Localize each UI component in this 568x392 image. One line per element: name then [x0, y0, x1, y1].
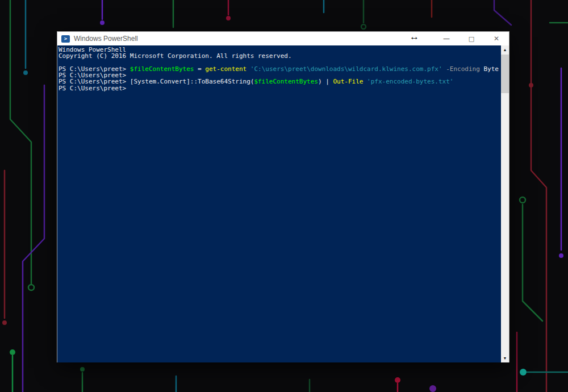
maximize-icon: □	[469, 35, 474, 43]
powershell-window: > Windows PowerShell ↔ — □ ✕ Windows Pow…	[57, 31, 509, 362]
titlebar[interactable]: > Windows PowerShell ↔ — □ ✕	[57, 32, 509, 45]
console-line: PS C:\Users\preet>	[59, 85, 500, 91]
minimize-button[interactable]: —	[434, 32, 459, 45]
close-icon: ✕	[494, 35, 499, 43]
console-text-segment: Out-File	[333, 78, 363, 85]
vertical-scrollbar[interactable]: ▲ ▼	[501, 45, 509, 362]
console-text-segment: get-content	[205, 65, 247, 73]
window-title: Windows PowerShell	[74, 35, 138, 43]
caption-buttons: — □ ✕	[434, 32, 509, 45]
maximize-button[interactable]: □	[459, 32, 484, 45]
scroll-up-button[interactable]: ▲	[501, 45, 509, 54]
console-text-segment: 'C:\users\preet\downloads\wildcard.klwin…	[250, 65, 442, 73]
console-text-segment: ) |	[318, 78, 333, 85]
scroll-thumb[interactable]	[501, 55, 509, 93]
scroll-down-button[interactable]: ▼	[501, 354, 509, 362]
console-text-segment	[247, 65, 250, 73]
console-text-segment: PS C:\Users\preet>	[59, 85, 126, 92]
console-text-segment: -Encoding	[446, 65, 480, 73]
console-text-segment: $fileContentBytes	[130, 65, 194, 73]
horizontal-resize-cursor-icon: ↔	[410, 31, 419, 43]
console-text-segment: Byte	[480, 65, 499, 73]
powershell-icon-glyph: >	[64, 36, 67, 41]
console-text-segment: $fileContentBytes	[254, 78, 318, 85]
console-text-segment: Copyright (C) 2016 Microsoft Corporation…	[59, 52, 292, 60]
console-output: Windows PowerShellCopyright (C) 2016 Mic…	[59, 47, 500, 91]
console-text-segment: 'pfx-encoded-bytes.txt'	[367, 78, 453, 85]
close-button[interactable]: ✕	[484, 32, 509, 45]
console-text-segment: =	[194, 65, 205, 73]
minimize-icon: —	[443, 35, 450, 43]
powershell-icon: >	[61, 35, 70, 43]
console-area[interactable]: Windows PowerShellCopyright (C) 2016 Mic…	[57, 45, 509, 362]
console-line: Copyright (C) 2016 Microsoft Corporation…	[59, 53, 500, 59]
